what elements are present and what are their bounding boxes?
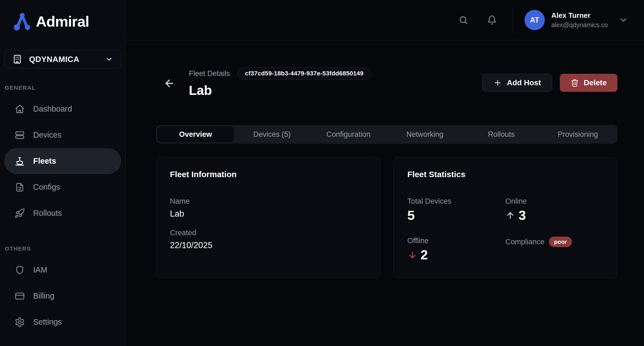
stat-label: Compliance [505, 238, 545, 246]
tab-provisioning[interactable]: Provisioning [540, 126, 616, 142]
sidebar-item-configs[interactable]: Configs [4, 174, 121, 200]
back-arrow-icon[interactable] [164, 78, 175, 89]
compliance-badge: poor [549, 237, 572, 247]
brand-logo: Admiral [4, 10, 121, 32]
fleet-tabs: Overview Devices (5) Configuration Netwo… [156, 125, 617, 144]
tab-devices[interactable]: Devices (5) [234, 126, 310, 142]
sidebar-item-label: Fleets [33, 157, 56, 166]
fleet-statistics-card: Fleet Statistics Total Devices 5 Online [394, 157, 618, 278]
delete-button[interactable]: Delete [560, 74, 617, 92]
avatar-initials: AT [530, 16, 539, 24]
org-name: QDYNAMICA [29, 55, 98, 64]
org-selector[interactable]: QDYNAMICA [4, 50, 121, 69]
fleet-details-page: Fleet Details cf37cd59-18b3-4479-937e-53… [126, 40, 644, 278]
field-value: Lab [170, 209, 366, 219]
field-created: Created 22/10/2025 [170, 229, 366, 250]
bell-icon[interactable] [484, 12, 500, 28]
field-name: Name Lab [170, 197, 366, 219]
field-label: Name [170, 197, 366, 206]
shield-icon [15, 265, 25, 275]
trash-icon [571, 79, 579, 87]
building-icon [12, 54, 22, 64]
title-block: Fleet Details cf37cd59-18b3-4479-937e-53… [189, 67, 371, 98]
delete-label: Delete [584, 78, 607, 87]
user-menu[interactable]: Alex Turner alex@qdynamics.co [551, 11, 628, 29]
card-title: Fleet Statistics [408, 170, 604, 179]
sidebar-item-billing[interactable]: Billing [4, 283, 121, 309]
overview-cards: Fleet Information Name Lab Created 22/10… [156, 157, 617, 278]
tab-networking[interactable]: Networking [387, 126, 463, 142]
stat-label: Online [505, 197, 603, 206]
topbar-divider [513, 7, 513, 33]
stat-value: 3 [518, 208, 526, 223]
arrow-up-icon [505, 211, 515, 220]
sidebar-section-general: GENERAL [5, 84, 121, 91]
stat-label: Offline [408, 237, 506, 245]
page-header: Fleet Details cf37cd59-18b3-4479-937e-53… [156, 67, 617, 98]
sidebar-item-label: Settings [33, 317, 62, 327]
add-host-button[interactable]: Add Host [482, 74, 552, 92]
user-name: Alex Turner [551, 11, 608, 20]
credit-card-icon [15, 291, 25, 301]
stat-offline: Offline 2 [408, 237, 506, 262]
field-label: Created [170, 229, 366, 237]
sidebar-item-iam[interactable]: IAM [4, 257, 121, 283]
stat-value: 2 [421, 247, 428, 262]
avatar[interactable]: AT [525, 10, 545, 30]
card-title: Fleet Information [170, 170, 366, 179]
sidebar-item-label: Devices [33, 131, 61, 140]
sidebar-item-dashboard[interactable]: Dashboard [4, 96, 121, 122]
sidebar-item-devices[interactable]: Devices [4, 122, 121, 148]
rocket-icon [15, 208, 25, 219]
server-icon [15, 130, 25, 140]
admiral-logo-icon [12, 12, 32, 31]
chevron-down-icon [619, 15, 628, 25]
sidebar-nav-others: IAM Billing Settings [4, 257, 121, 335]
page-title: Lab [189, 83, 371, 98]
sidebar-nav-general: Dashboard Devices Fleets [4, 96, 121, 226]
sidebar-section-others: OTHERS [5, 245, 121, 252]
plus-icon [493, 78, 502, 87]
sidebar: Admiral QDYNAMICA GENERAL Dashboard [0, 0, 126, 346]
sidebar-item-label: Billing [33, 291, 54, 300]
topbar: AT Alex Turner alex@qdynamics.co [126, 0, 644, 40]
gear-icon [15, 317, 25, 327]
user-email: alex@qdynamics.co [551, 21, 608, 29]
home-icon [15, 104, 25, 114]
stat-label: Total Devices [408, 197, 506, 206]
fleet-id-chip: cf37cd59-18b3-4479-937e-53fdd6850149 [238, 67, 371, 80]
tab-overview[interactable]: Overview [157, 126, 234, 142]
document-icon [15, 182, 25, 192]
tab-configuration[interactable]: Configuration [310, 126, 387, 142]
field-value: 22/10/2025 [170, 240, 366, 250]
chevron-down-icon [105, 55, 113, 63]
sidebar-item-label: Configs [33, 183, 60, 192]
breadcrumb: Fleet Details [189, 69, 230, 78]
sidebar-item-label: Dashboard [33, 104, 72, 114]
brand-name: Admiral [36, 13, 89, 30]
sidebar-item-settings[interactable]: Settings [4, 309, 121, 335]
stat-total-devices: Total Devices 5 [408, 197, 506, 223]
search-icon[interactable] [456, 12, 471, 28]
fleet-information-card: Fleet Information Name Lab Created 22/10… [156, 157, 380, 278]
add-host-label: Add Host [507, 78, 541, 87]
stat-online: Online 3 [505, 197, 603, 223]
stat-value: 5 [408, 208, 415, 223]
main-area: AT Alex Turner alex@qdynamics.co [126, 0, 644, 346]
sidebar-item-fleets[interactable]: Fleets [4, 148, 121, 174]
ship-icon [15, 156, 25, 166]
sidebar-item-label: Rollouts [33, 209, 62, 218]
sidebar-item-rollouts[interactable]: Rollouts [4, 200, 121, 226]
sidebar-item-label: IAM [33, 265, 47, 274]
header-actions: Add Host Delete [482, 74, 617, 92]
stat-compliance: Compliance poor [505, 237, 603, 262]
arrow-down-icon [408, 250, 417, 260]
tab-rollouts[interactable]: Rollouts [463, 126, 540, 142]
